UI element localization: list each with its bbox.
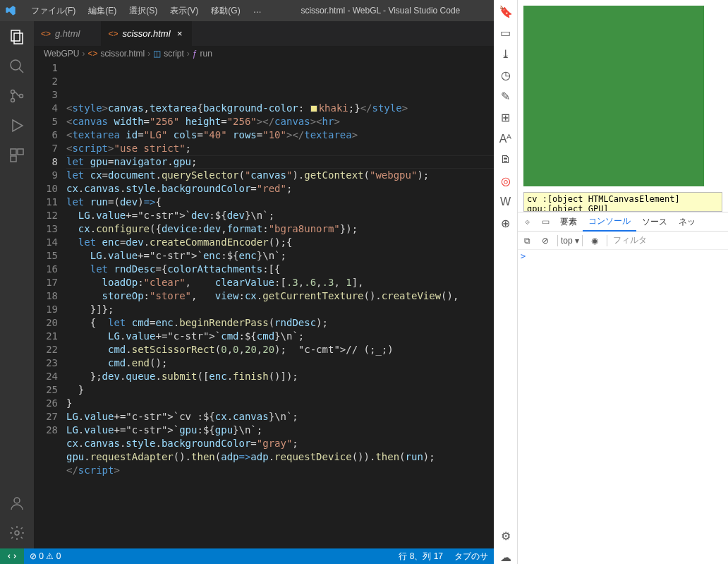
devtools-tab-elements[interactable]: 要素	[554, 216, 583, 228]
cursor-position[interactable]: 行 8、列 17	[393, 551, 449, 563]
svg-point-5	[11, 99, 15, 102]
vscode-logo-icon	[0, 5, 21, 16]
eye-icon[interactable]: ◉	[586, 236, 604, 246]
menu-select[interactable]: 選択(S)	[123, 5, 163, 17]
code-area[interactable]: <style>canvas,textarea{background-color:…	[66, 61, 494, 548]
tab-label: scissor.html	[122, 28, 170, 39]
svg-point-2	[11, 60, 20, 70]
close-icon[interactable]: ×	[175, 28, 185, 39]
svg-rect-9	[18, 149, 23, 155]
breadcrumb-item[interactable]: script	[164, 49, 184, 59]
console-prompt: >	[521, 251, 526, 261]
clock-icon[interactable]: ◷	[499, 68, 513, 82]
source-control-icon[interactable]	[8, 88, 25, 104]
problems-count[interactable]: ⊘ 0 ⚠ 0	[24, 551, 66, 561]
window-title: scissor.html - WebGL - Visual Studio Cod…	[267, 6, 494, 16]
breadcrumb-item[interactable]: WebGPU	[44, 49, 79, 59]
devtools-tab-sources[interactable]: ソース	[636, 216, 673, 228]
edit-icon[interactable]: ✎	[499, 89, 513, 103]
context-selector[interactable]: top ▾	[561, 236, 579, 246]
menu-go[interactable]: 移動(G)	[205, 5, 245, 17]
svg-rect-8	[11, 149, 16, 155]
activity-bar	[0, 21, 34, 548]
translate-icon[interactable]: Aᴬ	[499, 131, 513, 145]
search-icon[interactable]	[8, 58, 25, 75]
wikipedia-icon[interactable]: W	[499, 195, 513, 209]
tab-scissor-html[interactable]: <> scissor.html ×	[101, 21, 191, 46]
extensions-icon[interactable]	[8, 147, 25, 164]
svg-point-6	[20, 95, 23, 98]
log-textarea[interactable]: cv :[object HTMLCanvasElement] gpu:[obje…	[523, 192, 722, 212]
file-icon[interactable]: 🗎	[499, 152, 513, 167]
devtools-tab-network[interactable]: ネッ	[673, 216, 701, 228]
sidebar-toggle-icon[interactable]: ⧉	[518, 236, 536, 246]
vscode-window: ファイル(F) 編集(E) 選択(S) 表示(V) 移動(G) … scisso…	[0, 0, 494, 564]
devtools-toolbar: ⧉ ⊘ top ▾ ◉ フィルタ	[518, 232, 728, 250]
svg-marker-7	[13, 120, 23, 131]
svg-point-11	[14, 498, 20, 503]
browser-content: cv :[object HTMLCanvasElement] gpu:[obje…	[518, 0, 728, 564]
breadcrumb[interactable]: WebGPU › <> scissor.html › ◫ script › ƒ …	[34, 46, 494, 61]
console-filter-input[interactable]: フィルタ	[610, 234, 728, 246]
status-bar: ⊘ 0 ⚠ 0 行 8、列 17 タブのサ	[0, 548, 494, 564]
titlebar: ファイル(F) 編集(E) 選択(S) 表示(V) 移動(G) … scisso…	[0, 0, 494, 21]
svg-point-4	[11, 90, 15, 94]
settings-gear-icon[interactable]	[8, 524, 25, 541]
menu-file[interactable]: ファイル(F)	[25, 5, 81, 17]
code-editor[interactable]: 1234567891011121314151617181920212223242…	[34, 61, 494, 548]
tab-g-html[interactable]: <> g.html	[34, 21, 101, 46]
vivaldi-icon[interactable]: ◎	[499, 174, 513, 188]
account-icon[interactable]	[8, 495, 25, 512]
explorer-icon[interactable]	[8, 28, 25, 45]
window-icon[interactable]: ⊞	[499, 110, 513, 124]
browser-panel: 🔖 ▭ ⤓ ◷ ✎ ⊞ Aᴬ 🗎 ◎ W ⊕ ⚙ ☁ cv :[object H…	[494, 0, 728, 564]
breadcrumb-item[interactable]: scissor.html	[100, 49, 145, 59]
devtools-tabs: ⟐ ▭ 要素 コンソール ソース ネッ	[518, 212, 728, 232]
history-icon[interactable]: ▭	[499, 25, 513, 40]
breadcrumb-item[interactable]: run	[200, 49, 212, 59]
cloud-icon[interactable]: ☁	[499, 550, 513, 564]
menu-bar: ファイル(F) 編集(E) 選択(S) 表示(V) 移動(G) …	[21, 5, 267, 17]
add-panel-icon[interactable]: ⊕	[499, 216, 513, 230]
page-render	[518, 0, 728, 192]
menu-more[interactable]: …	[248, 5, 267, 17]
line-gutter: 1234567891011121314151617181920212223242…	[34, 61, 66, 548]
inspect-icon[interactable]: ⟐	[518, 217, 536, 227]
bookmark-icon[interactable]: 🔖	[499, 4, 513, 18]
svg-line-3	[19, 68, 23, 73]
device-icon[interactable]: ▭	[536, 217, 554, 227]
editor-group: <> g.html <> scissor.html × WebGPU › <> …	[34, 21, 494, 548]
tab-size[interactable]: タブのサ	[449, 551, 494, 563]
devtools-tab-console[interactable]: コンソール	[583, 212, 636, 232]
download-icon[interactable]: ⤓	[499, 47, 513, 61]
console-output[interactable]: >	[518, 250, 728, 564]
menu-edit[interactable]: 編集(E)	[83, 5, 122, 17]
html-file-icon: <>	[41, 29, 51, 39]
html-file-icon: <>	[108, 29, 118, 39]
browser-sidetabs: 🔖 ▭ ⤓ ◷ ✎ ⊞ Aᴬ 🗎 ◎ W ⊕ ⚙ ☁	[494, 0, 518, 564]
menu-view[interactable]: 表示(V)	[164, 5, 204, 17]
settings-gear-icon[interactable]: ⚙	[499, 529, 513, 543]
tab-bar: <> g.html <> scissor.html ×	[34, 21, 494, 46]
tab-label: g.html	[55, 28, 80, 39]
svg-point-12	[15, 531, 19, 535]
debug-icon[interactable]	[8, 117, 25, 134]
svg-rect-1	[14, 33, 23, 44]
clear-console-icon[interactable]: ⊘	[536, 236, 554, 246]
svg-rect-0	[11, 30, 20, 41]
webgpu-canvas	[523, 6, 704, 186]
svg-rect-10	[11, 156, 16, 162]
remote-icon[interactable]	[0, 548, 24, 564]
